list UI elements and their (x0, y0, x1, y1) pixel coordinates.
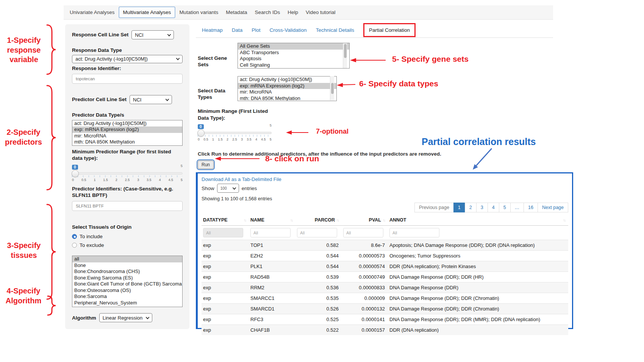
listbox-option[interactable]: all (72, 256, 182, 262)
predictor-identifiers-input[interactable] (72, 201, 183, 211)
page-number-button[interactable]: 2 (465, 203, 477, 212)
listbox-option[interactable]: Peripheral_Nervous_System (72, 300, 182, 306)
nav-item[interactable]: Search IDs (251, 7, 284, 17)
listbox-option[interactable]: mth: DNA 850K Methylation (238, 95, 336, 101)
cell-pval: 8.6e-7 (342, 240, 388, 251)
slider-track[interactable] (72, 172, 183, 175)
listbox-option[interactable]: mir: MicroRNA (238, 89, 336, 95)
download-link[interactable]: Download All as a Tab-Delimited File (202, 176, 281, 182)
listbox-option[interactable]: mir: MicroRNA (72, 133, 182, 139)
page-number-button[interactable]: 16 (524, 203, 538, 212)
slider-handle[interactable] (72, 170, 79, 177)
tab[interactable]: Data (232, 27, 243, 33)
cell-name: EZH2 (249, 251, 295, 261)
slider-track[interactable] (198, 132, 272, 134)
listbox-option[interactable]: exp: mRNA Expression (log2) (238, 83, 336, 89)
tissue-listbox[interactable]: allBoneBone:Chondrosarcoma (CHS)Bone:Ewi… (72, 256, 183, 307)
listbox-option[interactable]: Bone:Giant Cell Tumor of Bone (GCTB) Sar… (72, 281, 182, 287)
page-number-button[interactable]: 5 (499, 203, 511, 212)
sort-icon[interactable]: ↑↓ (563, 218, 565, 222)
nav-item[interactable]: Video tutorial (302, 7, 339, 17)
listbox-option[interactable]: mth: DNA 850K Methylation (72, 139, 182, 145)
listbox-option[interactable]: act: Drug Activity (-log10[IC50M]) (238, 76, 336, 83)
listbox-option[interactable]: All Gene Sets (238, 43, 349, 50)
column-header-name[interactable]: NAME↑↓ (249, 214, 295, 226)
listbox-option[interactable]: act: Drug Activity (-log10[IC50M]) (72, 120, 182, 127)
table-row[interactable]: exp TOP1 0.582 8.6e-7 Apoptosis; DNA Dam… (202, 240, 568, 251)
column-header-annot[interactable]: ANNOT↑↓ (388, 214, 568, 226)
table-row[interactable]: exp PLK1 0.544 0.00000574 DDR (DNA repli… (202, 261, 568, 272)
listbox-option[interactable]: Bone:Osteosarcoma (OS) (72, 287, 182, 294)
run-button[interactable]: Run (198, 161, 214, 169)
filter-input-parcor[interactable] (297, 228, 337, 237)
nav-item[interactable]: Mutation variants (175, 7, 222, 17)
table-row[interactable]: exp RFC3 0.525 0.0000141 DNA Damage Resp… (202, 314, 568, 325)
response-data-type-select[interactable]: act: Drug Activity (-log10[IC50M]) (72, 55, 183, 63)
column-header-parcor[interactable]: PARCOR↑↓ (295, 214, 342, 226)
slider-tick-label: 2 (116, 178, 117, 182)
listbox-option[interactable]: Cell Signaling (238, 62, 349, 69)
filter-input-name[interactable] (250, 228, 291, 237)
scrollbar[interactable] (343, 43, 347, 68)
sort-icon[interactable]: ↑↓ (290, 218, 292, 222)
response-identifier-input[interactable] (72, 74, 183, 84)
page-number-button[interactable]: … (510, 203, 524, 212)
predictor-data-types-listbox[interactable]: act: Drug Activity (-log10[IC50M])exp: m… (72, 120, 183, 146)
table-row[interactable]: exp RAD54B 0.539 0.00000749 DNA Damage R… (202, 272, 568, 282)
listbox-option[interactable]: Apoptosis (238, 56, 349, 62)
listbox-option[interactable]: Bone (72, 262, 182, 269)
page-number-button[interactable]: 4 (488, 203, 499, 212)
filter-input-pval[interactable] (343, 228, 383, 237)
listbox-option[interactable]: Bone:Sarcoma (72, 293, 182, 300)
page-number-button[interactable]: 3 (476, 203, 488, 212)
listbox-option[interactable]: Bone:Ewing Sarcoma (ES) (72, 275, 182, 281)
previous-page-button[interactable]: Previous page (414, 203, 454, 212)
table-row[interactable]: exp SMARCC1 0.535 0.000009 DNA Damage Re… (202, 293, 568, 304)
slider-tick-label: 2.5 (125, 178, 130, 182)
nav-item[interactable]: Univariate Analyses (66, 7, 119, 17)
column-header-pval[interactable]: PVAL↑↓ (342, 214, 388, 226)
tissue-exclude-radio[interactable]: To exclude (72, 242, 183, 249)
algorithm-select[interactable]: Linear Regression (99, 313, 152, 322)
sort-icon[interactable]: ↑↓ (383, 218, 385, 222)
table-row[interactable]: exp CHAF1B 0.522 0.0000157 DDR (DNA repl… (202, 325, 568, 335)
filter-input-datatype[interactable] (203, 228, 243, 237)
nav-item[interactable]: Help (284, 7, 302, 17)
sort-icon[interactable]: ↑↓ (336, 218, 339, 222)
page-size-select[interactable]: 100 (217, 184, 239, 193)
tissue-origin-label: Select Tissue/s of Origin (72, 224, 183, 231)
predictor-cell-line-select[interactable]: NCI (130, 95, 172, 104)
page-number-button[interactable]: 1 (453, 203, 465, 212)
tab[interactable]: Cross-Validation (270, 27, 307, 33)
sort-icon[interactable]: ↑↓ (244, 218, 246, 222)
listbox-option[interactable]: ABC Transporters (238, 50, 349, 56)
tab[interactable]: Heatmap (202, 27, 223, 33)
listbox-option[interactable]: exp: mRNA Expression (log2) (72, 126, 182, 133)
cell-pval: 0.000009 (342, 293, 388, 304)
next-page-button[interactable]: Next page (538, 203, 568, 212)
slider-value-badge: 0 (198, 124, 204, 129)
filter-input-annot[interactable] (389, 228, 439, 237)
min-predictor-range-slider[interactable]: 0 5 00.511.522.533.544.55 (72, 163, 183, 182)
nav-item[interactable]: Metadata (222, 7, 251, 17)
table-row[interactable]: exp RRM2 0.536 0.00000833 DNA Damage Res… (202, 282, 568, 293)
algorithm-value: Linear Regression (103, 315, 143, 321)
table-row[interactable]: exp EZH2 0.544 0.00000573 Oncogenes; Tum… (202, 251, 568, 261)
table-row[interactable]: exp SMARCD1 0.526 0.0000132 DNA Damage R… (202, 304, 568, 314)
tab[interactable]: Technical Details (316, 27, 354, 33)
scrollbar[interactable] (330, 76, 334, 100)
sidebar-form-panel: Response Cell Line Set NCI Response Data… (65, 24, 189, 329)
tissue-include-radio[interactable]: To include (72, 233, 183, 240)
tab[interactable]: Partial Correlation (363, 23, 416, 37)
nav-item[interactable]: Multivariate Analyses (119, 6, 176, 18)
column-header-datatype[interactable]: DATATYPE↑↓ (202, 214, 249, 226)
listbox-option[interactable]: Bone:Chondrosarcoma (CHS) (72, 268, 182, 275)
gene-sets-listbox[interactable]: All Gene SetsABC TransportersApoptosisCe… (238, 43, 350, 69)
slider-tickmarks (198, 135, 272, 137)
data-types-listbox[interactable]: act: Drug Activity (-log10[IC50M])exp: m… (238, 76, 337, 101)
response-cell-line-select[interactable]: NCI (131, 30, 174, 39)
min-range-slider[interactable]: 0 5 00.511.522.533.544.55 (198, 123, 272, 141)
response-cell-line-label: Response Cell Line Set (72, 31, 128, 38)
slider-handle[interactable] (197, 130, 205, 137)
tab[interactable]: Plot (252, 27, 260, 33)
